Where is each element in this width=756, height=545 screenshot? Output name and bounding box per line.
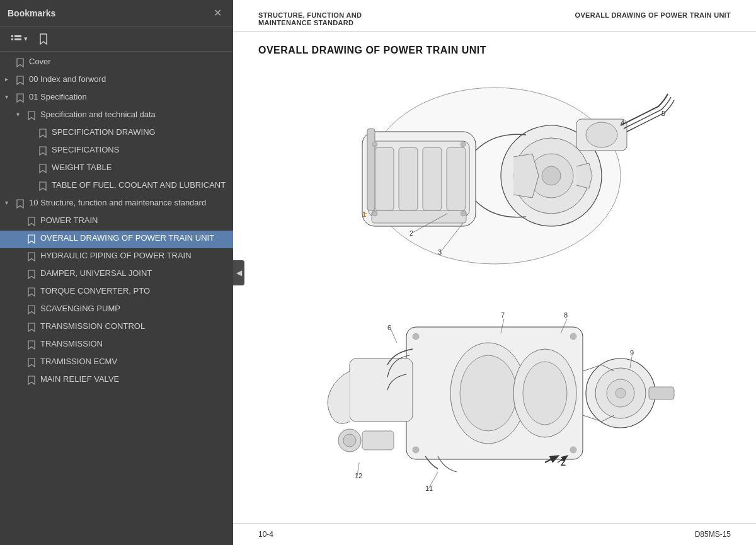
bookmark-icon [28,304,37,316]
doc-title: OVERALL DRAWING OF POWER TRAIN UNIT [258,45,731,56]
svg-rect-48 [362,431,394,450]
sidebar-toolbar: ▾ [0,26,233,52]
svg-rect-17 [367,129,375,210]
page-header: STRUCTURE, FUNCTION AND MAINTENANCE STAN… [233,0,756,32]
sidebar-item-fuel-table[interactable]: TABLE OF FUEL, COOLANT AND LUBRICANT [0,178,233,195]
sidebar-item-cover[interactable]: Cover [0,54,233,72]
bookmark-icon [28,321,37,334]
sidebar-item-label: DAMPER, UNIVERSAL JOINT [40,268,228,279]
svg-rect-0 [11,35,13,37]
sidebar-item-torque[interactable]: TORQUE CONVERTER, PTO [0,284,233,301]
svg-text:11: 11 [425,485,433,492]
svg-point-22 [461,211,466,216]
sidebar-item-label: Specification and technical data [40,110,228,120]
top-engine-drawing: 1 2 3 4 5 [312,69,677,283]
svg-text:4: 4 [621,119,624,127]
expand-icon [16,268,26,270]
sidebar-item-index[interactable]: ▸00 Index and forword [0,72,233,89]
expand-icon [28,163,38,164]
bookmark-icon [39,180,48,193]
sidebar-item-label: HYDRAULIC PIPING OF POWER TRAIN [40,251,228,261]
sidebar-item-label: Cover [29,57,228,67]
sidebar-item-hydraulic-piping[interactable]: HYDRAULIC PIPING OF POWER TRAIN [0,248,233,266]
sidebar-item-overall-drawing[interactable]: OVERALL DRAWING OF POWER TRAIN UNIT [0,231,233,248]
expand-icon [28,127,38,129]
svg-rect-8 [399,147,418,210]
svg-rect-3 [14,38,21,40]
sidebar-item-spec-tech[interactable]: ▾Specification and technical data [0,107,233,125]
sidebar-item-spec[interactable]: ▾01 Specification [0,89,233,107]
expand-icon: ▾ [5,198,15,206]
sidebar-tree[interactable]: Cover▸00 Index and forword▾01 Specificat… [0,52,233,545]
sidebar-item-label: TABLE OF FUEL, COOLANT AND LUBRICANT [52,180,228,191]
svg-point-47 [570,447,576,453]
sidebar-item-label: TORQUE CONVERTER, PTO [40,286,228,297]
svg-point-46 [413,447,419,453]
bookmark-icon [16,57,25,69]
header-left: STRUCTURE, FUNCTION AND MAINTENANCE STAN… [258,11,362,26]
sidebar-item-transmission[interactable]: TRANSMISSION [0,336,233,354]
list-view-button[interactable]: ▾ [6,32,32,46]
expand-icon [16,286,26,287]
svg-text:6: 6 [387,324,391,331]
bookmark-icon [16,92,25,105]
expand-icon [16,233,26,234]
sidebar-title: Bookmarks [8,8,55,18]
bookmark-icon [39,163,48,175]
expand-icon [28,145,38,146]
page-footer: 10-4 D85MS-15 [233,523,756,545]
close-button[interactable]: ✕ [210,6,226,20]
svg-point-21 [372,211,377,216]
sidebar-item-tramission-ecmv[interactable]: TRAMISSION ECMV [0,354,233,372]
expand-icon [16,304,26,305]
svg-point-45 [570,333,576,340]
svg-text:5: 5 [662,110,665,117]
expand-icon [16,357,26,358]
svg-text:8: 8 [564,311,568,319]
sidebar-item-power-train[interactable]: POWER TRAIN [0,213,233,231]
sidebar-item-label: POWER TRAIN [40,215,228,226]
svg-rect-7 [375,147,394,210]
sidebar-item-scavenging[interactable]: SCAVENGING PUMP [0,301,233,319]
bookmark-view-button[interactable] [35,32,52,47]
sidebar-item-label: TRANSMISSION [40,339,228,350]
svg-point-16 [586,122,617,147]
svg-point-43 [523,362,567,425]
expand-icon [16,215,26,217]
svg-rect-9 [423,147,442,210]
svg-point-41 [460,355,517,431]
bookmark-icon [16,198,25,210]
bookmark-icon [28,286,37,299]
sidebar-item-label: SPECIFICATION DRAWING [52,127,228,138]
main-content: STRUCTURE, FUNCTION AND MAINTENANCE STAN… [233,0,756,545]
sidebar-item-specifications[interactable]: SPECIFICATIONS [0,142,233,160]
sidebar-item-weight-table[interactable]: WEIGHT TABLE [0,160,233,178]
sidebar: Bookmarks ✕ ▾ Cover▸00 Index and forword… [0,0,233,545]
svg-text:3: 3 [438,248,442,256]
bookmark-icon [28,339,37,352]
expand-icon: ▾ [5,92,15,100]
svg-text:12: 12 [355,472,362,479]
svg-rect-39 [649,387,674,399]
sidebar-item-damper[interactable]: DAMPER, UNIVERSAL JOINT [0,266,233,284]
svg-text:9: 9 [630,349,634,357]
expand-icon: ▸ [5,74,15,83]
sidebar-item-label: 01 Specification [29,92,228,103]
svg-rect-34 [350,359,413,422]
sidebar-item-main-relief[interactable]: MAIN RELIEF VALVE [0,372,233,389]
svg-text:1: 1 [362,210,366,218]
expand-icon [16,321,26,323]
sidebar-item-label: SPECIFICATIONS [52,145,228,156]
bookmark-icon [28,110,37,122]
sidebar-item-label: WEIGHT TABLE [52,163,228,173]
bookmark-icon [39,145,48,158]
bookmark-icon [28,251,37,263]
sidebar-item-transmission-ctrl[interactable]: TRANSMISSION CONTROL [0,319,233,336]
sidebar-item-label: MAIN RELIEF VALVE [40,374,228,385]
expand-icon [5,57,15,58]
svg-point-44 [413,333,419,340]
sidebar-item-structure[interactable]: ▾10 Structure, function and maintenance … [0,195,233,213]
doc-code: D85MS-15 [695,530,731,539]
collapse-panel-button[interactable]: ◀ [233,260,244,285]
sidebar-item-spec-drawing[interactable]: SPECIFICATION DRAWING [0,125,233,142]
